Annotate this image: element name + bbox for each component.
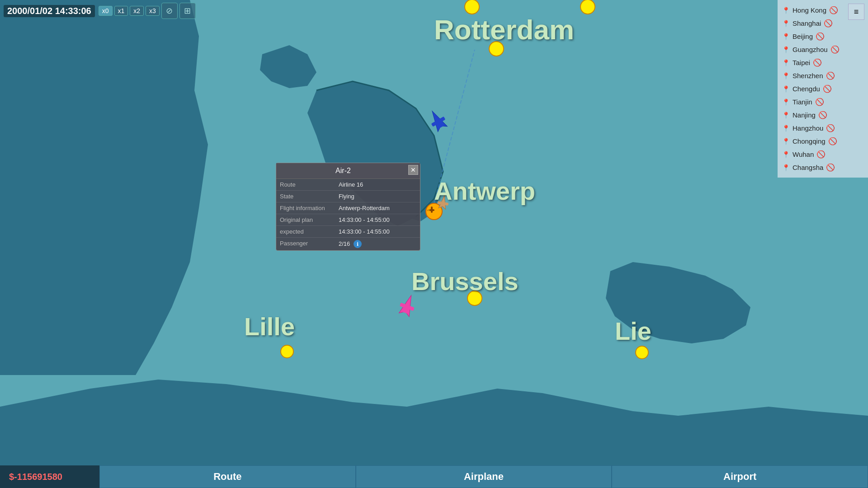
no-entry-chengdu: 🚫 [823,84,832,93]
sidebar-item-guangzhou[interactable]: 📍 Guangzhou 🚫 [778,43,868,56]
pin-icon-3: 📍 [782,33,790,40]
svg-rect-9 [429,209,434,211]
pin-icon-11: 📍 [782,138,790,145]
city-antwerp: Antwerp [434,176,535,206]
sidebar-item-wuhan[interactable]: 📍 Wuhan 🚫 [778,148,868,161]
city-lille: Lille [244,312,295,341]
pin-icon-7: 📍 [782,85,790,93]
svg-marker-18 [439,195,448,209]
city-brussels: Brussels [411,267,519,296]
pin-icon-8: 📍 [782,99,790,106]
value-route: Airline 16 [339,181,363,188]
no-entry-beijing: 🚫 [816,32,825,41]
no-entry-wuhan: 🚫 [816,150,826,159]
svg-marker-15 [399,294,416,317]
svg-rect-11 [427,209,430,211]
pin-icon-4: 📍 [782,46,790,53]
sidebar-item-changsha[interactable]: 📍 Changsha 🚫 [778,161,868,174]
pin-icon-13: 📍 [782,164,790,171]
passenger-info-button[interactable]: ℹ [354,240,362,248]
sidebar-item-chengdu[interactable]: 📍 Chengdu 🚫 [778,82,868,95]
sidebar-item-chongqing[interactable]: 📍 Chongqing 🚫 [778,135,868,148]
svg-point-6 [281,345,293,358]
label-original: Original plan [280,216,339,223]
info-row-flight: Flight information Antwerp-Rotterdam [276,202,420,214]
no-entry-tianjin: 🚫 [815,98,824,106]
svg-rect-13 [431,117,446,127]
label-route: Route [280,181,339,188]
svg-rect-0 [0,0,868,488]
pin-icon-10: 📍 [782,125,790,132]
value-original: 14:33:00 - 14:55:00 [339,216,390,223]
pin-icon: 📍 [782,7,790,14]
label-state: State [280,193,339,200]
svg-point-8 [426,203,442,220]
sidebar-item-tianjin[interactable]: 📍 Tianjin 🚫 [778,95,868,108]
right-sidebar: 📍 Hong Kong 🚫 📍 Shanghai 🚫 📍 Beijing 🚫 📍… [778,0,868,178]
speed-x2[interactable]: x2 [130,6,144,16]
city-lie: Lie [615,316,651,346]
grid-icon[interactable]: ⊞ [179,3,196,19]
close-button[interactable]: ✕ [408,165,418,175]
no-entry-changsha: 🚫 [826,163,835,172]
info-row-expected: expected 14:33:00 - 14:55:00 [276,226,420,238]
airport-button[interactable]: Airport [612,465,868,488]
value-state: Flying [339,193,354,200]
svg-line-1 [434,50,475,203]
speed-x3[interactable]: x3 [146,6,160,16]
no-entry-chongqing: 🚫 [828,137,837,145]
value-passenger: 2/16 ℹ [339,240,362,248]
sidebar-item-shenzhen[interactable]: 📍 Shenzhen 🚫 [778,69,868,82]
airplane-button[interactable]: Airplane [356,465,612,488]
info-row-passenger: Passenger 2/16 ℹ [276,238,420,250]
svg-rect-17 [401,310,409,314]
svg-rect-10 [431,206,433,213]
svg-point-3 [580,0,595,14]
pin-icon-12: 📍 [782,151,790,158]
speed-x0[interactable]: x0 [99,6,113,16]
sidebar-item-hangzhou[interactable]: 📍 Hangzhou 🚫 [778,122,868,135]
bottombar: $-115691580 Route Airplane Airport [0,465,868,488]
no-signal-icon[interactable]: ⊘ [161,3,178,19]
balance-display: $-115691580 [0,465,99,488]
no-entry-shanghai: 🚫 [824,19,833,28]
value-expected: 14:33:00 - 14:55:00 [339,228,390,235]
svg-rect-16 [400,303,415,311]
panel-title: Air-2 ✕ [276,163,420,179]
panel-body: Route Airline 16 State Flying Flight inf… [276,179,420,250]
no-entry-hongkong: 🚫 [829,6,838,14]
no-entry-nanjing: 🚫 [818,111,827,119]
svg-point-4 [489,42,504,56]
pin-icon-9: 📍 [782,112,790,119]
pin-icon-2: 📍 [782,20,790,27]
pin-icon-6: 📍 [782,72,790,80]
no-entry-hangzhou: 🚫 [826,124,835,132]
svg-point-7 [636,346,648,359]
value-flight: Antwerp-Rotterdam [339,205,390,211]
svg-rect-19 [438,201,449,206]
label-passenger: Passenger [280,240,339,248]
label-flight: Flight information [280,205,339,211]
svg-marker-12 [428,108,448,132]
no-entry-guangzhou: 🚫 [830,45,840,54]
info-panel: Air-2 ✕ Route Airline 16 State Flying Fl… [276,163,420,251]
info-row-original: Original plan 14:33:00 - 14:55:00 [276,214,420,226]
info-row-state: State Flying [276,191,420,202]
topbar: 2000/01/02 14:33:06 x0 x1 x2 x3 ⊘ ⊞ [0,0,199,22]
label-expected: expected [280,228,339,235]
pin-icon-5: 📍 [782,59,790,66]
svg-point-2 [465,0,479,14]
no-entry-taipei: 🚫 [813,58,822,67]
time-display: 2000/01/02 14:33:06 [4,5,95,17]
city-rotterdam: Rotterdam [434,14,574,46]
sidebar-item-taipei[interactable]: 📍 Taipei 🚫 [778,56,868,69]
route-button[interactable]: Route [99,465,356,488]
svg-point-5 [467,291,482,305]
speed-x1[interactable]: x1 [114,6,128,16]
menu-icon[interactable]: ≡ [848,4,864,20]
sidebar-item-nanjing[interactable]: 📍 Nanjing 🚫 [778,108,868,122]
no-entry-shenzhen: 🚫 [826,71,835,80]
sidebar-item-beijing[interactable]: 📍 Beijing 🚫 [778,30,868,43]
info-row-route: Route Airline 16 [276,179,420,191]
svg-rect-14 [437,123,444,129]
